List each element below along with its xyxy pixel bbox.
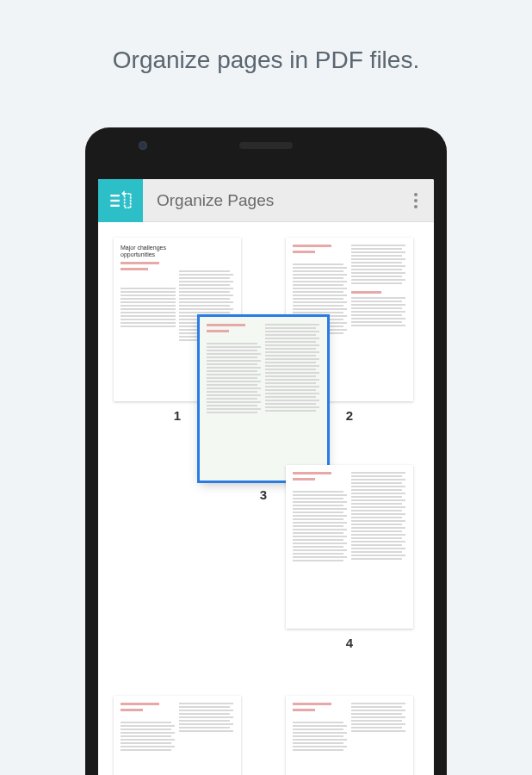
- page-thumbnail-6[interactable]: [286, 696, 413, 775]
- svg-rect-3: [125, 193, 131, 207]
- page-1-title: Major challenges opportunities: [121, 245, 176, 257]
- svg-rect-2: [110, 204, 120, 206]
- collapse-panel-icon: [108, 189, 133, 213]
- page-label-2: 2: [346, 408, 353, 423]
- page-thumbnail-4[interactable]: 4: [286, 465, 413, 650]
- phone-speaker: [239, 142, 293, 149]
- nav-drawer-button[interactable]: [98, 179, 143, 222]
- app-bar: Organize Pages: [98, 179, 434, 222]
- more-menu-button[interactable]: [398, 179, 434, 222]
- more-vertical-icon: [414, 193, 418, 208]
- app-screen: Organize Pages Major challenges opportun…: [98, 179, 434, 775]
- page-grid: Major challenges opportunities: [98, 222, 434, 775]
- svg-rect-1: [110, 199, 120, 201]
- page-label-3: 3: [260, 487, 267, 502]
- page-label-4: 4: [346, 636, 353, 650]
- page-thumbnail-5[interactable]: [114, 696, 241, 775]
- page-label-1: 1: [174, 408, 181, 423]
- svg-rect-0: [110, 195, 120, 196]
- phone-frame: Organize Pages Major challenges opportun…: [85, 127, 447, 775]
- promo-headline: Organize pages in PDF files.: [0, 0, 532, 74]
- appbar-title: Organize Pages: [143, 191, 398, 210]
